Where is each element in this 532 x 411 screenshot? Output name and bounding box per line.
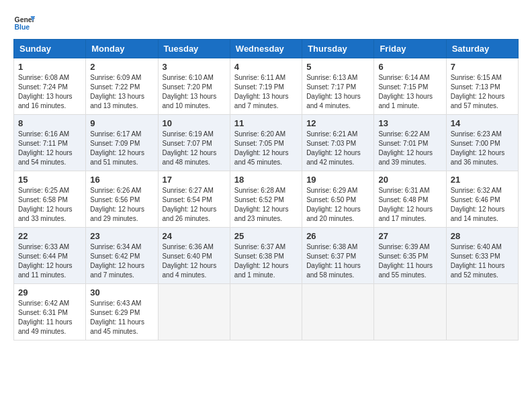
- day-info: Sunrise: 6:08 AM Sunset: 7:24 PM Dayligh…: [18, 73, 81, 111]
- table-row: 28Sunrise: 6:40 AM Sunset: 6:33 PM Dayli…: [446, 228, 518, 284]
- day-number: 24: [163, 231, 226, 241]
- table-row: 22Sunrise: 6:33 AM Sunset: 6:44 PM Dayli…: [14, 228, 86, 284]
- day-number: 18: [234, 175, 298, 185]
- day-info: Sunrise: 6:40 AM Sunset: 6:33 PM Dayligh…: [451, 242, 514, 280]
- table-row: 23Sunrise: 6:34 AM Sunset: 6:42 PM Dayli…: [86, 228, 158, 284]
- table-row: 2Sunrise: 6:09 AM Sunset: 7:22 PM Daylig…: [86, 58, 158, 115]
- table-row: 5Sunrise: 6:13 AM Sunset: 7:17 PM Daylig…: [302, 58, 374, 115]
- table-row: 16Sunrise: 6:26 AM Sunset: 6:56 PM Dayli…: [86, 171, 158, 228]
- table-row: 24Sunrise: 6:36 AM Sunset: 6:40 PM Dayli…: [158, 228, 230, 284]
- day-info: Sunrise: 6:25 AM Sunset: 6:58 PM Dayligh…: [18, 186, 81, 224]
- table-row: 20Sunrise: 6:31 AM Sunset: 6:48 PM Dayli…: [374, 171, 446, 228]
- day-info: Sunrise: 6:43 AM Sunset: 6:29 PM Dayligh…: [90, 299, 153, 336]
- day-info: Sunrise: 6:23 AM Sunset: 7:00 PM Dayligh…: [451, 130, 514, 167]
- day-info: Sunrise: 6:17 AM Sunset: 7:09 PM Dayligh…: [90, 130, 153, 167]
- calendar-week-2: 8Sunrise: 6:16 AM Sunset: 7:11 PM Daylig…: [14, 115, 519, 171]
- day-number: 8: [18, 118, 81, 128]
- day-number: 6: [378, 62, 441, 72]
- day-info: Sunrise: 6:36 AM Sunset: 6:40 PM Dayligh…: [163, 242, 226, 280]
- day-number: 11: [234, 118, 298, 128]
- weekday-header-saturday: Saturday: [446, 40, 518, 58]
- table-row: 8Sunrise: 6:16 AM Sunset: 7:11 PM Daylig…: [14, 115, 86, 171]
- day-info: Sunrise: 6:27 AM Sunset: 6:54 PM Dayligh…: [163, 186, 226, 224]
- table-row: 13Sunrise: 6:22 AM Sunset: 7:01 PM Dayli…: [374, 115, 446, 171]
- day-number: 1: [18, 62, 81, 72]
- table-row: [446, 284, 518, 340]
- table-row: 3Sunrise: 6:10 AM Sunset: 7:20 PM Daylig…: [158, 58, 230, 115]
- weekday-header-thursday: Thursday: [302, 40, 374, 58]
- day-info: Sunrise: 6:32 AM Sunset: 6:46 PM Dayligh…: [451, 186, 514, 224]
- table-row: [230, 284, 302, 340]
- day-info: Sunrise: 6:09 AM Sunset: 7:22 PM Dayligh…: [90, 73, 153, 111]
- table-row: 21Sunrise: 6:32 AM Sunset: 6:46 PM Dayli…: [446, 171, 518, 228]
- logo-icon: General Blue: [13, 13, 35, 32]
- table-row: [158, 284, 230, 340]
- table-row: 29Sunrise: 6:42 AM Sunset: 6:31 PM Dayli…: [14, 284, 86, 340]
- day-number: 25: [234, 231, 298, 241]
- day-info: Sunrise: 6:21 AM Sunset: 7:03 PM Dayligh…: [306, 130, 369, 167]
- weekday-header-monday: Monday: [86, 40, 158, 58]
- logo: General Blue: [13, 13, 38, 32]
- day-info: Sunrise: 6:14 AM Sunset: 7:15 PM Dayligh…: [378, 73, 441, 111]
- day-number: 15: [18, 175, 81, 185]
- day-number: 29: [18, 287, 81, 298]
- table-row: [302, 284, 374, 340]
- calendar-week-3: 15Sunrise: 6:25 AM Sunset: 6:58 PM Dayli…: [14, 171, 519, 228]
- day-info: Sunrise: 6:28 AM Sunset: 6:52 PM Dayligh…: [234, 186, 298, 224]
- page-header: General Blue: [13, 13, 519, 32]
- day-info: Sunrise: 6:29 AM Sunset: 6:50 PM Dayligh…: [306, 186, 369, 224]
- day-number: 13: [378, 118, 441, 128]
- day-number: 3: [163, 62, 226, 72]
- weekday-header-sunday: Sunday: [14, 40, 86, 58]
- day-number: 30: [90, 287, 153, 298]
- table-row: 9Sunrise: 6:17 AM Sunset: 7:09 PM Daylig…: [86, 115, 158, 171]
- calendar-header-row: SundayMondayTuesdayWednesdayThursdayFrid…: [14, 40, 519, 58]
- calendar-week-4: 22Sunrise: 6:33 AM Sunset: 6:44 PM Dayli…: [14, 228, 519, 284]
- day-number: 22: [18, 231, 81, 241]
- day-info: Sunrise: 6:20 AM Sunset: 7:05 PM Dayligh…: [234, 130, 298, 167]
- day-number: 9: [90, 118, 153, 128]
- day-info: Sunrise: 6:13 AM Sunset: 7:17 PM Dayligh…: [306, 73, 369, 111]
- day-info: Sunrise: 6:38 AM Sunset: 6:37 PM Dayligh…: [306, 242, 369, 280]
- day-number: 23: [90, 231, 153, 241]
- weekday-header-wednesday: Wednesday: [230, 40, 302, 58]
- table-row: 11Sunrise: 6:20 AM Sunset: 7:05 PM Dayli…: [230, 115, 302, 171]
- day-info: Sunrise: 6:39 AM Sunset: 6:35 PM Dayligh…: [378, 242, 441, 280]
- calendar-week-1: 1Sunrise: 6:08 AM Sunset: 7:24 PM Daylig…: [14, 58, 519, 115]
- day-info: Sunrise: 6:42 AM Sunset: 6:31 PM Dayligh…: [18, 299, 81, 336]
- table-row: 14Sunrise: 6:23 AM Sunset: 7:00 PM Dayli…: [446, 115, 518, 171]
- calendar-table: SundayMondayTuesdayWednesdayThursdayFrid…: [13, 39, 519, 340]
- day-number: 21: [451, 175, 514, 185]
- day-info: Sunrise: 6:22 AM Sunset: 7:01 PM Dayligh…: [378, 130, 441, 167]
- table-row: 26Sunrise: 6:38 AM Sunset: 6:37 PM Dayli…: [302, 228, 374, 284]
- day-number: 28: [451, 231, 514, 241]
- table-row: 7Sunrise: 6:15 AM Sunset: 7:13 PM Daylig…: [446, 58, 518, 115]
- day-info: Sunrise: 6:11 AM Sunset: 7:19 PM Dayligh…: [234, 73, 298, 111]
- day-info: Sunrise: 6:37 AM Sunset: 6:38 PM Dayligh…: [234, 242, 298, 280]
- svg-text:Blue: Blue: [15, 24, 30, 31]
- day-number: 14: [451, 118, 514, 128]
- day-number: 27: [378, 231, 441, 241]
- day-number: 20: [378, 175, 441, 185]
- day-number: 16: [90, 175, 153, 185]
- table-row: [374, 284, 446, 340]
- day-number: 2: [90, 62, 153, 72]
- table-row: 19Sunrise: 6:29 AM Sunset: 6:50 PM Dayli…: [302, 171, 374, 228]
- day-number: 12: [306, 118, 369, 128]
- day-info: Sunrise: 6:19 AM Sunset: 7:07 PM Dayligh…: [163, 130, 226, 167]
- day-number: 19: [306, 175, 369, 185]
- day-number: 26: [306, 231, 369, 241]
- weekday-header-tuesday: Tuesday: [158, 40, 230, 58]
- day-info: Sunrise: 6:26 AM Sunset: 6:56 PM Dayligh…: [90, 186, 153, 224]
- table-row: 1Sunrise: 6:08 AM Sunset: 7:24 PM Daylig…: [14, 58, 86, 115]
- day-info: Sunrise: 6:10 AM Sunset: 7:20 PM Dayligh…: [163, 73, 226, 111]
- table-row: 27Sunrise: 6:39 AM Sunset: 6:35 PM Dayli…: [374, 228, 446, 284]
- day-number: 10: [163, 118, 226, 128]
- day-number: 17: [163, 175, 226, 185]
- table-row: 15Sunrise: 6:25 AM Sunset: 6:58 PM Dayli…: [14, 171, 86, 228]
- day-info: Sunrise: 6:16 AM Sunset: 7:11 PM Dayligh…: [18, 130, 81, 167]
- day-number: 7: [451, 62, 514, 72]
- day-info: Sunrise: 6:34 AM Sunset: 6:42 PM Dayligh…: [90, 242, 153, 280]
- day-number: 4: [234, 62, 298, 72]
- table-row: 18Sunrise: 6:28 AM Sunset: 6:52 PM Dayli…: [230, 171, 302, 228]
